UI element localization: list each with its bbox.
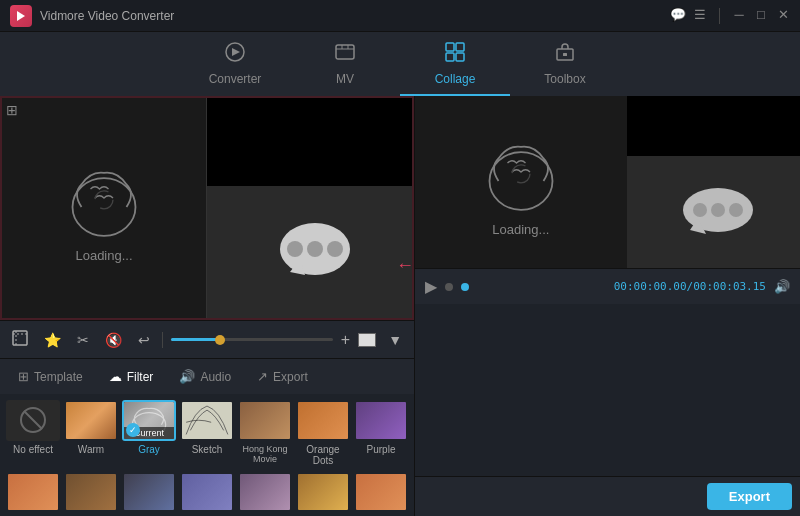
filter-item-r2-4[interactable] (180, 472, 234, 513)
tab-mv[interactable]: MV (290, 32, 400, 96)
filter-thumb-gray: Current ✓ (122, 400, 176, 441)
progress-area (171, 338, 333, 341)
right-video-split: Loading... (415, 96, 800, 268)
time-dot-1 (445, 283, 453, 291)
filter-item-r2-5[interactable] (238, 472, 292, 513)
btab-export[interactable]: ↗ Export (245, 365, 320, 388)
grid-icon: ⊞ (6, 102, 18, 118)
scissors-button[interactable]: ✂ (73, 330, 93, 350)
brain-loading-right: Loading... (476, 127, 566, 237)
svg-rect-5 (456, 43, 464, 51)
svg-point-14 (307, 241, 323, 257)
btab-audio-label: Audio (200, 370, 231, 384)
filter-thumb-r2-2 (64, 472, 118, 513)
play-button[interactable]: ▶ (425, 277, 437, 296)
svg-rect-4 (446, 43, 454, 51)
mv-icon (334, 41, 356, 68)
volume-button[interactable]: 🔇 (101, 330, 126, 350)
filter-item-gray[interactable]: Current ✓ Gray (122, 400, 176, 466)
svg-rect-6 (446, 53, 454, 61)
video-right-top (207, 98, 412, 186)
btab-export-label: Export (273, 370, 308, 384)
app-title: Vidmore Video Converter (40, 9, 671, 23)
btab-filter[interactable]: ☁ Filter (97, 365, 166, 388)
svg-point-25 (711, 203, 725, 217)
filter-item-r2-6[interactable] (296, 472, 350, 513)
svg-point-24 (693, 203, 707, 217)
filter-item-r2-1[interactable] (6, 472, 60, 513)
video-editor-area: ⊞ Loading... (0, 96, 414, 320)
svg-rect-7 (456, 53, 464, 61)
tab-toolbox[interactable]: Toolbox (510, 32, 620, 96)
time-display: 00:00:00.00/00:00:03.15 (614, 280, 766, 293)
filter-label-sketch: Sketch (192, 444, 223, 455)
video-split-view: ⊞ Loading... (2, 98, 412, 318)
dropdown-button[interactable]: ▼ (384, 330, 406, 350)
svg-marker-0 (17, 11, 25, 21)
export-button[interactable]: Export (707, 483, 792, 510)
video-left-pane: ⊞ Loading... (2, 98, 207, 318)
check-badge: ✓ (126, 423, 140, 437)
time-dot-2[interactable] (461, 283, 469, 291)
filter-label-hk: Hong Kong Movie (238, 444, 292, 464)
filter-item-od[interactable]: Orange Dots (296, 400, 350, 466)
filter-thumb-r2-3 (122, 472, 176, 513)
close-button[interactable]: ✕ (776, 8, 790, 22)
control-separator (719, 8, 720, 24)
tab-converter[interactable]: Converter (180, 32, 290, 96)
filter-thumb-hk (238, 400, 292, 441)
filter-thumb-r2-4 (180, 472, 234, 513)
filter-item-purple[interactable]: Purple (354, 400, 408, 466)
chat-icon[interactable]: 💬 (671, 8, 685, 22)
svg-marker-2 (232, 48, 240, 56)
tab-collage[interactable]: Collage (400, 32, 510, 96)
svg-rect-3 (336, 45, 354, 59)
converter-icon (224, 41, 246, 68)
filter-item-r2-3[interactable] (122, 472, 176, 513)
filter-item-sketch[interactable]: Sketch (180, 400, 234, 466)
menu-icon[interactable]: ☰ (693, 8, 707, 22)
maximize-button[interactable]: □ (754, 8, 768, 22)
progress-thumb[interactable] (215, 335, 225, 345)
right-top-black (627, 96, 800, 156)
volume-icon[interactable]: 🔊 (774, 279, 790, 294)
color-swatch[interactable] (358, 333, 376, 347)
filter-item-r2-2[interactable] (64, 472, 118, 513)
add-button[interactable]: + (341, 331, 350, 349)
btab-audio[interactable]: 🔊 Audio (167, 365, 243, 388)
filter-item-no-effect[interactable]: No effect (6, 400, 60, 466)
filter-label-gray: Gray (138, 444, 160, 455)
audio-icon: 🔊 (179, 369, 195, 384)
btab-template[interactable]: ⊞ Template (6, 365, 95, 388)
right-bottom-gray (627, 156, 800, 268)
video-right-bottom (207, 186, 412, 318)
export-button-area: Export (415, 476, 800, 516)
progress-track[interactable] (171, 338, 333, 341)
filter-label-od: Orange Dots (296, 444, 350, 466)
bottom-tabs: ⊞ Template ☁ Filter 🔊 Audio ↗ Export (0, 358, 414, 394)
svg-point-11 (95, 191, 113, 209)
toolbox-icon (554, 41, 576, 68)
bubble-area (207, 186, 412, 318)
brain-loading-left: Loading... (59, 153, 149, 263)
minimize-button[interactable]: ─ (732, 8, 746, 22)
filter-label-warm: Warm (78, 444, 104, 455)
filter-item-r2-7[interactable] (354, 472, 408, 513)
undo-button[interactable]: ↩ (134, 330, 154, 350)
loading-text-right: Loading... (492, 222, 549, 237)
right-preview: Loading... (415, 96, 800, 268)
crop-button[interactable] (8, 328, 32, 351)
filter-thumb-r2-5 (238, 472, 292, 513)
btab-template-label: Template (34, 370, 83, 384)
filter-item-warm[interactable]: Warm (64, 400, 118, 466)
svg-point-22 (512, 165, 530, 183)
playback-bar: ▶ 00:00:00.00/00:00:03.15 🔊 (415, 268, 800, 304)
nav-tabs: Converter MV Collage (0, 32, 800, 96)
controls-bar: ⭐ ✂ 🔇 ↩ + ▼ (0, 320, 414, 358)
star-button[interactable]: ⭐ (40, 330, 65, 350)
svg-point-26 (729, 203, 743, 217)
svg-point-13 (287, 241, 303, 257)
svg-point-15 (327, 241, 343, 257)
filter-item-hk[interactable]: Hong Kong Movie (238, 400, 292, 466)
btab-filter-label: Filter (127, 370, 154, 384)
